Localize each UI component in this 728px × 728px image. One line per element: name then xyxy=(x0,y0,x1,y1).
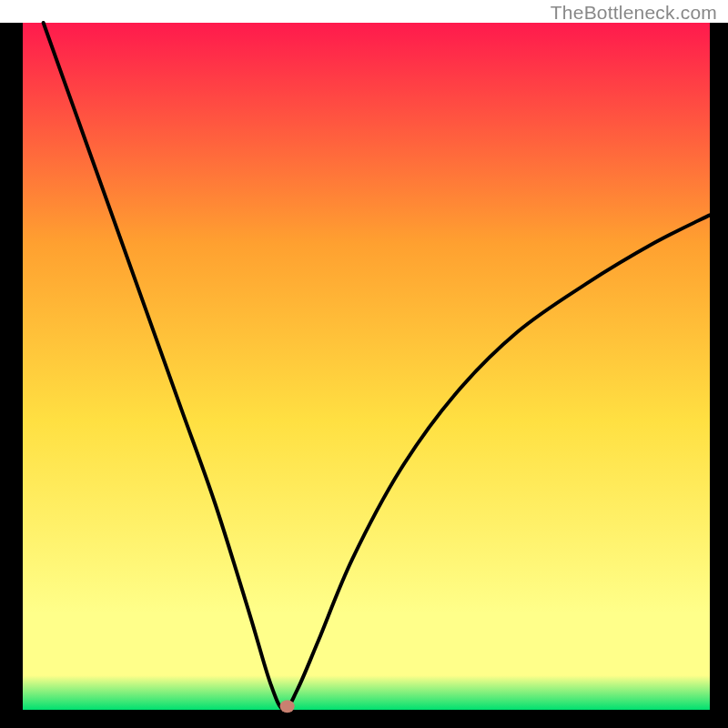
bottleneck-chart xyxy=(0,0,728,728)
frame-left xyxy=(0,23,23,728)
watermark-text: TheBottleneck.com xyxy=(551,2,717,24)
chart-container: TheBottleneck.com xyxy=(0,0,728,728)
frame-bottom xyxy=(0,710,728,728)
gradient-background xyxy=(23,23,710,710)
frame-right xyxy=(710,23,728,728)
optimum-marker xyxy=(280,700,295,713)
